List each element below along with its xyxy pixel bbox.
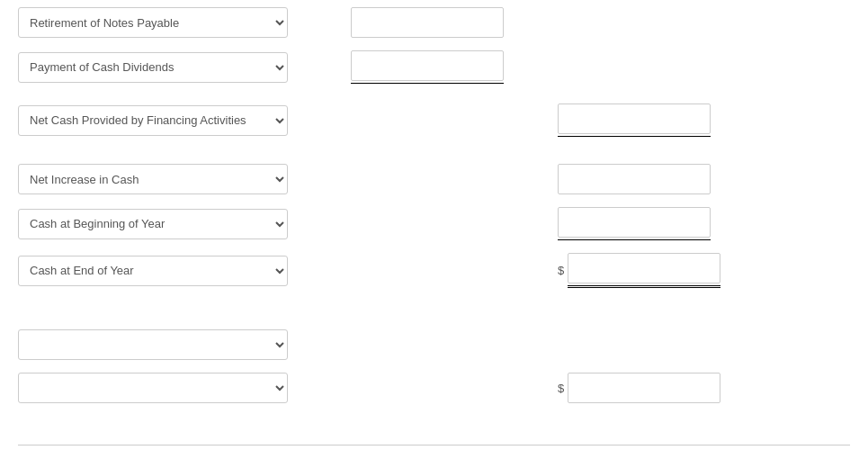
col-left-financing: Net Cash Provided by Financing Activitie… <box>18 105 351 136</box>
input-blank-2[interactable] <box>568 373 720 403</box>
col-right-net-increase <box>558 164 711 194</box>
underline-double-cash-end <box>568 285 720 288</box>
input-group-cash-end <box>568 253 720 288</box>
col-left-blank-1 <box>18 329 351 360</box>
gap-5 <box>18 416 850 430</box>
input-group-financing <box>558 104 711 137</box>
dropdown-blank-2[interactable] <box>18 373 288 403</box>
dropdown-net-cash-financing[interactable]: Net Cash Provided by Financing Activitie… <box>18 105 288 136</box>
dropdown-net-increase-cash[interactable]: Net Increase in Cash <box>18 164 288 194</box>
col-right-cash-end: $ <box>558 253 720 288</box>
gap-3 <box>18 301 850 315</box>
col-right-financing <box>558 104 711 137</box>
underline-cash-beginning <box>558 239 711 240</box>
col-left-blank-2 <box>18 373 351 403</box>
col-right-blank-2: $ <box>558 373 720 403</box>
dollar-sign-blank-2: $ <box>558 382 564 395</box>
row-retirement-notes-payable: Retirement of Notes Payable <box>18 7 850 38</box>
row-blank-1 <box>18 329 850 360</box>
gap-1 <box>18 96 850 104</box>
input-retirement-notes-payable[interactable] <box>351 7 504 38</box>
col-left-net-increase: Net Increase in Cash <box>18 164 351 194</box>
col-left-cash-beginning: Cash at Beginning of Year <box>18 209 351 239</box>
gap-2 <box>18 149 850 164</box>
row-net-cash-financing: Net Cash Provided by Financing Activitie… <box>18 104 850 137</box>
main-container: Retirement of Notes Payable Payment of C… <box>0 0 868 464</box>
dropdown-retirement-notes-payable[interactable]: Retirement of Notes Payable <box>18 7 288 38</box>
row-blank-2: $ <box>18 373 850 403</box>
dropdown-payment-cash-dividends[interactable]: Payment of Cash Dividends <box>18 52 288 83</box>
dropdown-blank-1[interactable] <box>18 329 288 360</box>
row-cash-end-year: Cash at End of Year $ <box>18 253 850 288</box>
input-wrapper-payment <box>351 50 513 84</box>
row-payment-cash-dividends: Payment of Cash Dividends <box>18 50 850 84</box>
bottom-rule <box>18 445 850 446</box>
col-left-payment: Payment of Cash Dividends <box>18 52 351 83</box>
underline-payment <box>351 83 504 84</box>
col-mid-retirement <box>351 7 513 38</box>
row-net-increase-cash: Net Increase in Cash <box>18 164 850 194</box>
col-right-cash-beginning <box>558 207 711 240</box>
input-group-cash-beginning <box>558 207 711 240</box>
gap-4 <box>18 315 850 329</box>
dropdown-cash-end-year[interactable]: Cash at End of Year <box>18 256 288 286</box>
input-cash-end-year[interactable] <box>568 253 720 284</box>
input-net-increase-cash[interactable] <box>558 164 711 194</box>
row-cash-beginning-year: Cash at Beginning of Year <box>18 207 850 240</box>
input-payment-cash-dividends[interactable] <box>351 50 504 81</box>
input-cash-beginning-year[interactable] <box>558 207 711 238</box>
input-net-cash-financing[interactable] <box>558 104 711 134</box>
col-left-retirement: Retirement of Notes Payable <box>18 7 351 38</box>
col-mid-payment <box>351 50 513 84</box>
col-left-cash-end: Cash at End of Year <box>18 256 351 286</box>
dropdown-cash-beginning-year[interactable]: Cash at Beginning of Year <box>18 209 288 239</box>
underline-financing <box>558 136 711 137</box>
dollar-sign-cash-end: $ <box>558 264 564 277</box>
